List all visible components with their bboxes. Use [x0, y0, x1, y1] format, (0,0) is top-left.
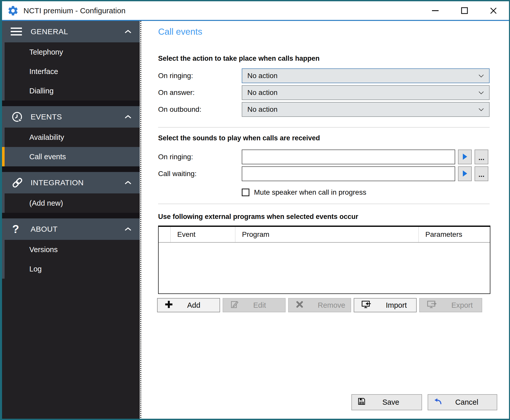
programs-table[interactable]: Event Program Parameters [158, 226, 490, 294]
titlebar: NCTI premium - Configuration [2, 1, 509, 20]
sidebar-item-label: Versions [5, 240, 140, 259]
sidebar-item-versions[interactable]: Versions [2, 240, 140, 259]
field-label: On ringing: [158, 153, 242, 161]
on-answer-action-select[interactable]: No action [242, 85, 490, 100]
export-monitor-button[interactable]: Export [419, 298, 482, 312]
item-gutter [2, 62, 5, 81]
sidebar-item-add-new[interactable]: (Add new) [2, 193, 140, 213]
sidebar-item-label: Telephony [5, 42, 140, 62]
plus-icon [165, 300, 173, 310]
sidebar-item-availability[interactable]: Availability [2, 128, 140, 147]
chevron-down-icon [478, 74, 484, 78]
sidebar-panel-events: Availability Call events [2, 128, 140, 166]
chevron-up-icon[interactable] [124, 30, 132, 34]
field-label: On ringing: [158, 72, 242, 80]
remove-button[interactable]: Remove [288, 298, 351, 312]
link-icon [11, 176, 26, 189]
sounds-section-heading: Select the sounds to play when calls are… [158, 134, 320, 142]
on-ringing-action-row: On ringing: No action [158, 68, 490, 83]
ellipsis-label: ... [478, 154, 484, 161]
sidebar-section-general[interactable]: GENERAL [2, 21, 140, 42]
maximize-icon[interactable] [461, 7, 468, 15]
sidebar-item-call-events[interactable]: Call events [2, 147, 140, 166]
section-gap [2, 166, 140, 172]
sidebar-fill [2, 279, 140, 419]
hamburger-icon [11, 27, 26, 36]
save-icon [358, 397, 366, 407]
section-gap [2, 213, 140, 218]
selected-value: No action [247, 72, 277, 80]
edit-button[interactable]: Edit [223, 298, 286, 312]
sidebar-item-interface[interactable]: Interface [2, 62, 140, 81]
sidebar-item-dialling[interactable]: Dialling [2, 81, 140, 101]
programs-section-heading: Use following external programs when sel… [158, 213, 358, 221]
close-icon[interactable] [490, 7, 497, 15]
splitter-handle[interactable] [140, 21, 142, 419]
sounds-rows: On ringing: ... Call waiting: [158, 150, 490, 183]
section-label: GENERAL [31, 27, 68, 36]
sidebar-item-label: Log [5, 259, 140, 279]
selected-value: No action [247, 105, 277, 114]
sidebar-item-label: (Add new) [5, 193, 140, 213]
item-gutter [2, 240, 5, 259]
selected-value: No action [247, 89, 277, 97]
app-window: NCTI premium - Configuration GENERAL [0, 0, 510, 420]
on-outbound-action-row: On outbound: No action [158, 102, 490, 117]
programs-table-header: Event Program Parameters [159, 227, 490, 243]
browse-button[interactable]: ... [475, 150, 488, 164]
save-button[interactable]: Save [351, 394, 422, 410]
ellipsis-label: ... [478, 171, 484, 178]
programs-table-actions: Add Edit Remove [157, 298, 482, 312]
column-header-program: Program [235, 227, 419, 242]
window-controls [431, 7, 497, 15]
undo-arrow-icon [434, 398, 442, 407]
page-title: Call events [158, 27, 202, 37]
sidebar-section-events[interactable]: EVENTS [2, 106, 140, 128]
sidebar-item-telephony[interactable]: Telephony [2, 42, 140, 62]
play-button[interactable] [458, 166, 472, 181]
play-icon [462, 170, 467, 178]
section-label: EVENTS [31, 113, 62, 121]
sidebar-panel-general: Telephony Interface Dialling [2, 42, 140, 101]
section-label: INTEGRATION [31, 178, 84, 187]
sidebar-section-about[interactable]: ? ABOUT [2, 218, 140, 240]
sidebar-item-log[interactable]: Log [2, 259, 140, 279]
cancel-button[interactable]: Cancel [428, 394, 497, 410]
field-label: Call waiting: [158, 170, 242, 178]
sidebar-section-integration[interactable]: INTEGRATION [2, 172, 140, 193]
on-answer-action-row: On answer: No action [158, 85, 490, 100]
chevron-down-icon [478, 91, 484, 94]
import-button[interactable]: Import [354, 298, 417, 312]
call-waiting-sound-row: Call waiting: ... [158, 166, 490, 181]
sidebar-item-label: Dialling [5, 81, 140, 101]
add-button[interactable]: Add [157, 298, 220, 312]
item-gutter [2, 193, 5, 213]
chevron-up-icon[interactable] [124, 115, 132, 119]
play-button[interactable] [458, 150, 472, 164]
chevron-up-icon[interactable] [124, 181, 132, 185]
import-monitor-icon [361, 300, 372, 311]
section-divider [158, 204, 490, 204]
window-title: NCTI premium - Configuration [23, 6, 125, 15]
minimize-icon[interactable] [431, 7, 439, 15]
x-icon [296, 301, 303, 310]
mute-checkbox[interactable] [242, 189, 249, 196]
chevron-up-icon[interactable] [124, 227, 132, 231]
event-clock-icon [11, 110, 26, 123]
on-outbound-action-select[interactable]: No action [242, 102, 490, 117]
on-ringing-action-select[interactable]: No action [242, 68, 490, 83]
sidebar-panel-integration: (Add new) [2, 193, 140, 213]
actions-section-heading: Select the action to take place when cal… [158, 55, 320, 63]
sidebar-item-label: Interface [5, 62, 140, 81]
mute-checkbox-label: Mute speaker when call in progress [254, 188, 366, 196]
actions-rows: On ringing: No action On answer: No acti… [158, 68, 490, 119]
chevron-down-icon [478, 108, 484, 111]
browse-button[interactable]: ... [475, 166, 488, 181]
ringing-sound-row: On ringing: ... [158, 150, 490, 164]
call-waiting-sound-input[interactable] [242, 166, 455, 181]
ringing-sound-input[interactable] [242, 150, 455, 164]
column-header-parameters: Parameters [419, 227, 490, 242]
sidebar: GENERAL Telephony Interface Dialling [2, 21, 140, 419]
question-mark-icon: ? [11, 224, 26, 235]
column-header-blank [159, 227, 171, 242]
